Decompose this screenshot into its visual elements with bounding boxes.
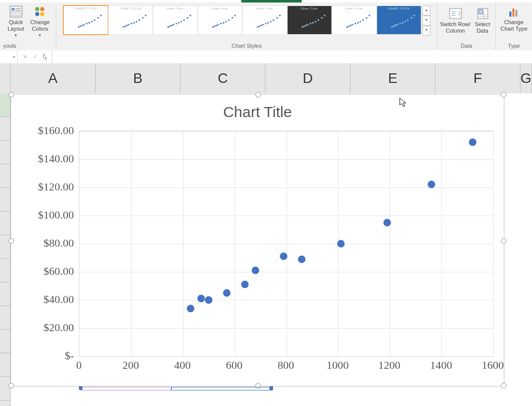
chart-style-thumb-7[interactable]: Chart Title bbox=[332, 6, 377, 35]
column-header-E[interactable]: E bbox=[350, 63, 435, 93]
gallery-scroll-1[interactable]: ▾ bbox=[422, 16, 430, 26]
data-point[interactable] bbox=[469, 139, 476, 146]
fx-icon[interactable]: fx bbox=[43, 53, 47, 61]
resize-handle-w[interactable] bbox=[9, 238, 14, 244]
row-header[interactable] bbox=[0, 235, 10, 259]
row-header[interactable] bbox=[0, 259, 10, 282]
data-point[interactable] bbox=[427, 181, 435, 188]
column-headers: ABCDEFG bbox=[0, 63, 532, 94]
row-header[interactable] bbox=[0, 306, 10, 330]
data-point[interactable] bbox=[223, 289, 231, 297]
row-header[interactable] bbox=[0, 188, 10, 212]
svg-point-41 bbox=[215, 25, 217, 26]
change-chart-type-label: Change Chart Type bbox=[499, 19, 529, 32]
svg-point-50 bbox=[258, 26, 260, 27]
svg-point-18 bbox=[100, 15, 102, 16]
svg-point-29 bbox=[167, 26, 168, 28]
row-header[interactable] bbox=[0, 330, 10, 353]
y-tick: $160.00 bbox=[38, 124, 74, 137]
gallery-scroll-2[interactable]: ▾ bbox=[422, 26, 430, 36]
resize-handle-se[interactable] bbox=[501, 383, 506, 388]
svg-point-72 bbox=[351, 24, 353, 25]
select-data-button[interactable]: Select Data bbox=[472, 6, 493, 34]
x-axis[interactable]: 02004006008001000120014001600 bbox=[79, 357, 494, 372]
chart-style-thumb-2[interactable]: CHART TITLE bbox=[108, 6, 153, 35]
column-header-C[interactable]: C bbox=[181, 63, 265, 93]
svg-point-8 bbox=[40, 12, 44, 16]
x-tick: 400 bbox=[174, 359, 191, 372]
data-point[interactable] bbox=[298, 255, 306, 263]
x-tick: 800 bbox=[278, 359, 294, 372]
formula-input[interactable] bbox=[52, 50, 532, 63]
row-header[interactable] bbox=[0, 282, 10, 306]
change-chart-type-button[interactable]: Change Chart Type bbox=[499, 4, 529, 32]
svg-point-15 bbox=[91, 21, 92, 22]
y-axis[interactable]: $-$20.00$40.00$60.00$80.00$100.00$120.00… bbox=[21, 131, 79, 357]
svg-point-16 bbox=[94, 19, 95, 21]
svg-point-67 bbox=[321, 17, 322, 19]
chart-style-thumb-6[interactable]: Chart Title bbox=[287, 6, 332, 35]
column-header-F[interactable]: F bbox=[435, 63, 520, 93]
svg-point-85 bbox=[404, 21, 405, 22]
svg-point-47 bbox=[231, 17, 233, 19]
resize-handle-sw[interactable] bbox=[9, 383, 14, 388]
data-point[interactable] bbox=[337, 240, 344, 248]
switch-row-column-button[interactable]: Switch Row/ Column bbox=[440, 6, 471, 34]
resize-handle-nw[interactable] bbox=[9, 92, 14, 97]
quick-layout-button[interactable]: Quick Layout▾ bbox=[4, 4, 28, 39]
svg-point-54 bbox=[267, 22, 269, 24]
series-range-bar[interactable] bbox=[80, 387, 272, 390]
row-header[interactable] bbox=[0, 377, 10, 400]
chart-title[interactable]: Chart Title bbox=[11, 94, 504, 121]
column-header-G[interactable]: G bbox=[520, 63, 532, 93]
x-tick: 1400 bbox=[430, 359, 452, 372]
svg-point-25 bbox=[135, 21, 137, 22]
svg-point-79 bbox=[391, 26, 392, 28]
column-header-A[interactable]: A bbox=[11, 63, 96, 93]
svg-point-83 bbox=[399, 23, 401, 24]
chart-style-thumb-8[interactable]: CHART TITLE bbox=[377, 6, 421, 35]
plot-area[interactable]: $-$20.00$40.00$60.00$80.00$100.00$120.00… bbox=[21, 131, 494, 372]
cursor-icon bbox=[399, 97, 407, 110]
svg-point-44 bbox=[222, 22, 224, 24]
chart-style-thumb-5[interactable]: Chart Title bbox=[242, 6, 287, 35]
chart-style-thumb-3[interactable]: Chart Title bbox=[153, 6, 198, 35]
row-header[interactable] bbox=[0, 93, 10, 117]
select-all-corner[interactable] bbox=[0, 63, 11, 93]
data-point[interactable] bbox=[197, 295, 205, 302]
svg-point-77 bbox=[366, 17, 367, 19]
svg-point-69 bbox=[346, 26, 347, 28]
chart-layouts-group-label: youts bbox=[3, 43, 16, 49]
row-header[interactable] bbox=[0, 212, 10, 235]
row-header[interactable] bbox=[0, 164, 10, 188]
row-header[interactable] bbox=[0, 353, 10, 377]
cancel-formula-icon[interactable]: ✕ bbox=[23, 53, 28, 60]
chart-style-thumb-4[interactable]: Chart Title bbox=[198, 6, 242, 35]
column-header-B[interactable]: B bbox=[96, 63, 181, 93]
data-point[interactable] bbox=[280, 253, 288, 260]
resize-handle-e[interactable] bbox=[501, 238, 506, 244]
data-point[interactable] bbox=[384, 219, 391, 227]
worksheet[interactable]: Chart Title $-$20.00$40.00$60.00$80.00$1… bbox=[0, 93, 532, 406]
resize-handle-n[interactable] bbox=[255, 92, 261, 97]
row-header[interactable] bbox=[0, 117, 10, 141]
svg-point-87 bbox=[410, 17, 412, 19]
column-header-D[interactable]: D bbox=[265, 63, 350, 93]
row-header[interactable] bbox=[0, 141, 10, 164]
chart-object[interactable]: Chart Title $-$20.00$40.00$60.00$80.00$1… bbox=[11, 94, 504, 386]
data-point[interactable] bbox=[205, 296, 213, 304]
svg-rect-4 bbox=[12, 12, 21, 16]
data-point[interactable] bbox=[187, 304, 195, 312]
data-point[interactable] bbox=[251, 267, 259, 274]
name-box[interactable]: ▾ bbox=[0, 50, 18, 63]
chart-style-thumb-1[interactable]: CHART TITLE bbox=[63, 6, 108, 35]
gallery-scroll-0[interactable]: ▴ bbox=[422, 6, 430, 16]
enter-formula-icon[interactable]: ✓ bbox=[33, 53, 38, 60]
row-header[interactable] bbox=[0, 400, 10, 406]
svg-point-70 bbox=[348, 26, 349, 27]
data-point[interactable] bbox=[241, 281, 249, 288]
svg-point-76 bbox=[362, 19, 364, 21]
change-colors-button[interactable]: Change Colors▾ bbox=[28, 4, 52, 39]
svg-point-5 bbox=[35, 7, 39, 11]
resize-handle-ne[interactable] bbox=[501, 92, 506, 97]
